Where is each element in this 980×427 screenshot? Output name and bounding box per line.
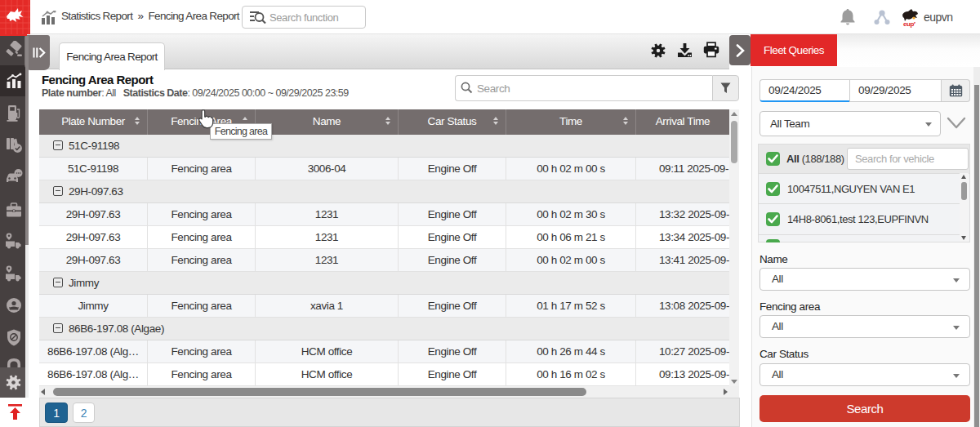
svg-text:eup′: eup′ [903,20,915,28]
